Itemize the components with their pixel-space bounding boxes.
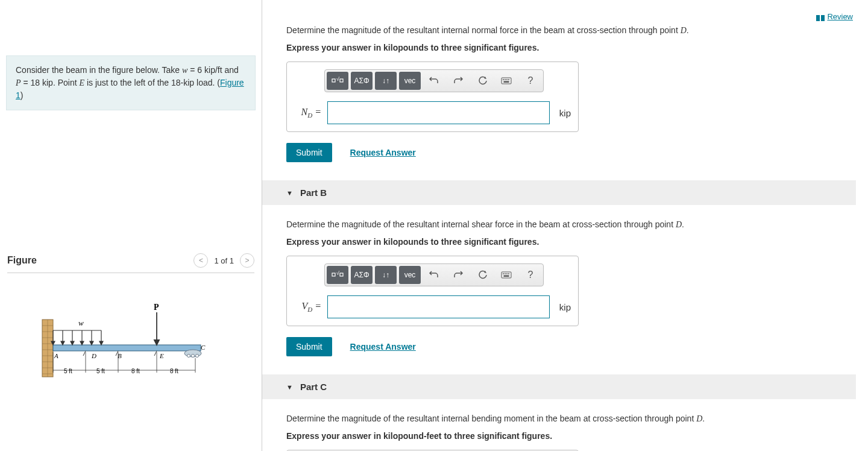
- var-w: w: [182, 66, 187, 75]
- part-a-answer-box: √ ΑΣΦ ↓↑ vec ? ND = kip: [286, 62, 579, 132]
- dim-2: 5 ft: [96, 368, 105, 374]
- templates-button[interactable]: √: [327, 72, 348, 90]
- svg-rect-47: [502, 78, 511, 84]
- part-b-var-label: VD =: [294, 301, 321, 313]
- var-p: P: [16, 78, 21, 87]
- svg-point-58: [503, 273, 503, 274]
- part-a-prompt: Determine the magnitude of the resultant…: [286, 24, 856, 37]
- undo-button[interactable]: [423, 266, 445, 284]
- svg-rect-11: [53, 345, 201, 351]
- request-answer-a[interactable]: Request Answer: [350, 148, 416, 157]
- help-button[interactable]: ?: [520, 266, 541, 284]
- svg-rect-62: [504, 276, 509, 277]
- subscript-button[interactable]: ↓↑: [375, 72, 397, 90]
- label-a: A: [54, 352, 58, 359]
- svg-point-51: [508, 79, 509, 80]
- svg-rect-57: [502, 272, 511, 278]
- svg-point-50: [506, 79, 507, 80]
- dim-3: 8 ft: [131, 368, 140, 374]
- part-a-input[interactable]: [327, 101, 550, 124]
- collapse-icon: ▼: [286, 383, 293, 391]
- part-b-header[interactable]: ▼ Part B: [262, 180, 856, 205]
- svg-text:√: √: [336, 76, 339, 82]
- collapse-icon: ▼: [286, 189, 293, 197]
- vec-button[interactable]: vec: [399, 72, 421, 90]
- label-p: P: [154, 303, 159, 312]
- toolbar-b: √ ΑΣΦ ↓↑ vec ?: [324, 263, 544, 286]
- svg-marker-18: [71, 341, 74, 345]
- templates-button[interactable]: √: [327, 266, 348, 284]
- keyboard-button[interactable]: [495, 72, 517, 90]
- svg-marker-22: [90, 341, 93, 345]
- part-a-var-label: ND =: [294, 107, 321, 119]
- part-b-express: Express your answer in kilopounds to thr…: [286, 237, 856, 247]
- var-e: E: [79, 78, 84, 87]
- svg-text:√: √: [336, 270, 339, 276]
- submit-button-b[interactable]: Submit: [286, 337, 332, 356]
- undo-button[interactable]: [423, 72, 445, 90]
- greek-button[interactable]: ΑΣΦ: [351, 72, 373, 90]
- part-b-title: Part B: [300, 188, 327, 198]
- beam-diagram: w P A D B E C 5 ft 5 ft 8 ft: [36, 301, 217, 386]
- svg-point-49: [505, 79, 505, 80]
- svg-marker-20: [80, 341, 84, 345]
- svg-rect-53: [332, 273, 335, 276]
- part-b-answer-box: √ ΑΣΦ ↓↑ vec ? VD = kip: [286, 256, 579, 326]
- svg-marker-24: [99, 341, 103, 345]
- svg-point-59: [505, 273, 505, 274]
- svg-rect-43: [332, 79, 335, 82]
- label-c: C: [201, 344, 206, 351]
- redo-button[interactable]: [447, 72, 469, 90]
- svg-marker-26: [154, 340, 159, 345]
- part-c-header[interactable]: ▼ Part C: [262, 374, 856, 399]
- svg-point-48: [503, 79, 503, 80]
- svg-line-42: [154, 351, 157, 356]
- part-b-input[interactable]: [327, 295, 550, 318]
- svg-line-40: [83, 351, 86, 356]
- figure-page-indicator: 1 of 1: [214, 256, 234, 265]
- part-a-unit: kip: [559, 108, 571, 118]
- keyboard-button[interactable]: [495, 266, 517, 284]
- part-b-unit: kip: [559, 302, 571, 312]
- svg-marker-16: [61, 341, 64, 345]
- label-e: E: [159, 352, 164, 359]
- part-a-express: Express your answer in kilopounds to thr…: [286, 43, 856, 52]
- subscript-button[interactable]: ↓↑: [375, 266, 397, 284]
- label-w: w: [78, 318, 84, 327]
- reset-button[interactable]: [471, 266, 493, 284]
- svg-rect-45: [340, 79, 343, 82]
- help-button[interactable]: ?: [520, 72, 541, 90]
- svg-rect-52: [504, 81, 509, 83]
- part-c-express: Express your answer in kilopound-feet to…: [286, 431, 856, 441]
- reset-button[interactable]: [471, 72, 493, 90]
- greek-button[interactable]: ΑΣΦ: [351, 266, 373, 284]
- svg-point-28: [187, 355, 190, 358]
- redo-button[interactable]: [447, 266, 469, 284]
- vec-button[interactable]: vec: [399, 266, 421, 284]
- figure-header: Figure < 1 of 1 >: [7, 253, 254, 273]
- dim-4: 8 ft: [170, 368, 178, 374]
- part-c-prompt: Determine the magnitude of the resultant…: [286, 412, 856, 425]
- svg-point-61: [508, 273, 509, 274]
- review-icon: [816, 14, 825, 20]
- figure-prev-button[interactable]: <: [193, 253, 208, 268]
- label-d: D: [91, 352, 96, 359]
- review-link[interactable]: Review: [816, 12, 853, 21]
- dim-1: 5 ft: [64, 368, 72, 374]
- figure-next-button[interactable]: >: [240, 253, 254, 268]
- svg-point-29: [192, 355, 195, 358]
- problem-text: Consider the beam in the figure below. T…: [16, 65, 182, 75]
- request-answer-b[interactable]: Request Answer: [350, 342, 416, 352]
- part-c-title: Part C: [300, 382, 327, 392]
- svg-point-60: [506, 273, 507, 274]
- part-b-prompt: Determine the magnitude of the resultant…: [286, 218, 856, 231]
- submit-button-a[interactable]: Submit: [286, 143, 332, 162]
- svg-point-30: [196, 355, 199, 358]
- figure-title: Figure: [7, 255, 37, 266]
- problem-statement: Consider the beam in the figure below. T…: [6, 55, 256, 110]
- toolbar-a: √ ΑΣΦ ↓↑ vec ?: [324, 69, 544, 92]
- svg-rect-55: [340, 273, 343, 276]
